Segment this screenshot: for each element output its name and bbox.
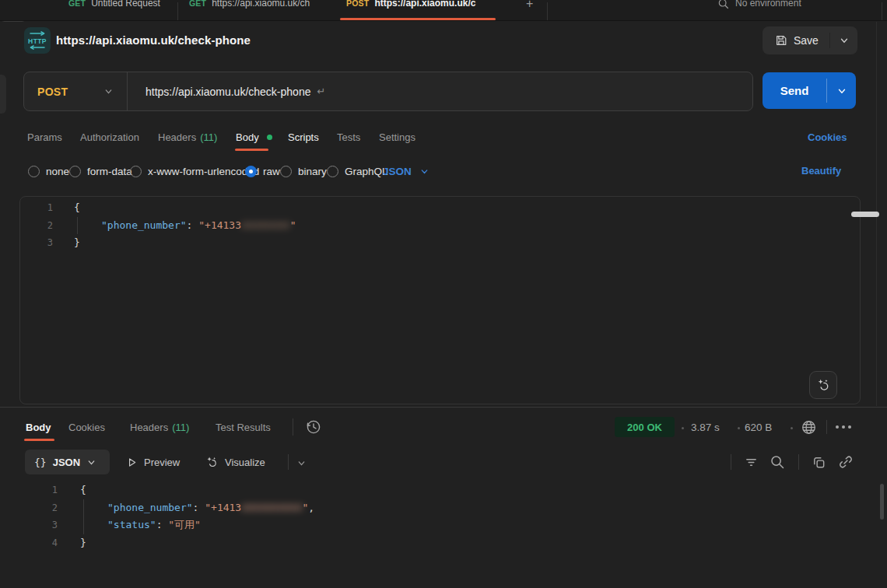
radio-form-data[interactable]: form-data [69,159,132,183]
response-more-options-button[interactable] [833,422,854,432]
method-select-chevron[interactable] [103,72,114,111]
request-body-editor[interactable]: 1 { 2 "phone_number": "+14133########" 3… [0,199,840,252]
response-tab-body-active[interactable]: Body [26,414,51,440]
preview-button[interactable]: Preview [126,450,180,474]
tab-headers-label: Headers [158,131,196,143]
dot-separator [791,427,793,429]
tab-body-active[interactable]: Body [236,123,272,151]
tab-tests[interactable]: Tests [337,123,360,151]
body-format-select[interactable]: JSON [383,159,429,183]
visualize-button[interactable]: Visualize [205,450,265,474]
json-value: "+14133 [198,219,241,231]
method-select[interactable]: POST [37,72,68,111]
tab-params[interactable]: Params [27,123,62,151]
save-options-button[interactable] [830,26,857,54]
radio-circle [28,166,40,177]
response-body-editor[interactable]: 1 { 2 "phone_number": "+1413##########",… [0,481,864,551]
save-button[interactable]: Save [763,26,829,54]
divider [826,420,827,434]
search-icon [717,0,729,9]
response-scrollbar-thumb[interactable] [880,484,884,520]
radio-graphql[interactable]: GraphQL [327,159,388,183]
response-tab-test-results[interactable]: Test Results [216,414,271,440]
request-tab-2[interactable]: GET https://api.xiaomu.uk/ch [189,0,310,15]
tab-authorization[interactable]: Authorization [80,123,139,151]
url-box-divider [127,72,128,110]
radio-label: none [46,166,69,177]
request-tab-1[interactable]: GET Untitled Request [68,0,160,15]
url-input[interactable]: https://api.xiaomu.uk/check-phone ↵ [145,72,325,111]
response-format-select[interactable]: {} JSON [25,450,110,474]
new-tab-button[interactable]: + [526,0,533,16]
request-title: https://api.xiaomu.uk/check-phone [56,33,251,47]
radio-binary[interactable]: binary [280,159,327,183]
radio-circle [69,166,81,177]
radio-none[interactable]: none [28,159,69,183]
play-icon [126,457,138,468]
send-button[interactable]: Send [763,72,826,109]
api-client-window: GET Untitled Request GET https://api.xia… [0,0,887,588]
cookies-link[interactable]: Cookies [808,123,847,151]
filter-button[interactable] [742,454,759,470]
chevron-down-icon [296,458,307,468]
code-token: : [193,502,205,513]
workspace-tab-bar: GET Untitled Request GET https://api.xia… [0,0,887,21]
filter-icon [744,455,759,470]
visualize-label: Visualize [225,457,265,468]
globe-icon [801,419,817,436]
tab-settings[interactable]: Settings [379,123,415,151]
network-info-button[interactable] [800,418,817,436]
code-token: } [74,236,80,248]
response-size[interactable]: 620 B [745,422,772,433]
beautify-link[interactable]: Beautify [801,165,841,177]
radio-urlencoded[interactable]: x-www-form-urlencoded [130,159,259,183]
save-icon [775,34,787,47]
code-token: { [74,201,80,213]
postbot-wand-button[interactable] [809,371,837,399]
tab-divider [882,2,882,21]
copy-link-button[interactable] [837,453,854,471]
environment-selector[interactable]: No environment [717,0,801,15]
radio-label: binary [298,166,327,177]
tab-label: https://api.xiaomu.uk/ch [212,0,310,9]
line-number: 1 [0,199,53,217]
tab-divider [177,2,178,21]
chevron-down-icon [103,86,114,96]
request-tab-3-active[interactable]: POST https://api.xiaomu.uk/c [346,0,475,15]
status-badge[interactable]: 200 OK [615,417,675,437]
editor-scrollbar-thumb[interactable] [851,212,879,217]
send-options-button[interactable] [827,72,856,109]
response-tab-headers[interactable]: Headers (11) [130,414,189,440]
code-line: 1 { [0,481,864,499]
code-line: 3 } [0,234,840,252]
code-token: , [308,502,314,513]
chevron-down-icon [86,457,96,467]
response-history-button[interactable] [304,418,323,436]
response-tab-cookies[interactable]: Cookies [68,414,105,440]
tab-scripts[interactable]: Scripts [288,123,319,151]
radio-label: form-data [87,166,132,177]
toolbar-more-chevron[interactable] [295,457,307,469]
radio-circle [130,166,142,177]
save-label: Save [794,34,819,47]
divider [288,454,289,470]
radio-circle-checked [245,166,257,177]
radio-raw-selected[interactable]: raw [245,159,280,183]
code-line: 2 "phone_number": "+1413##########", [0,499,864,517]
copy-response-button[interactable] [810,453,827,471]
url-input-container [23,72,753,111]
tab-divider [547,2,548,21]
pane-divider[interactable] [0,407,887,408]
code-line: 2 "phone_number": "+14133########" [0,217,840,235]
dot-separator [738,427,740,429]
radio-circle [280,166,292,177]
link-icon [838,454,854,470]
preview-label: Preview [144,457,180,468]
line-number: 4 [0,534,58,552]
line-number: 2 [0,217,53,235]
tab-headers[interactable]: Headers (11) [158,123,217,151]
response-time[interactable]: 3.87 s [691,422,720,433]
search-response-button[interactable] [769,453,786,471]
sidebar-collapse-handle[interactable] [0,75,6,114]
code-line: 1 { [0,199,840,217]
